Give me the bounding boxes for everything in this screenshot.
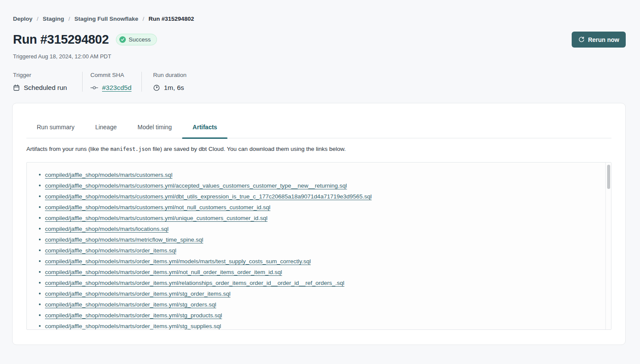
artifact-list-item: compiled/jaffle_shop/models/marts/custom… [39, 169, 601, 180]
artifact-link[interactable]: compiled/jaffle_shop/models/marts/order_… [45, 280, 344, 286]
commit-sha-label: Commit SHA [90, 72, 129, 78]
refresh-icon [578, 36, 585, 43]
trigger-label: Trigger [13, 72, 70, 78]
artifact-link[interactable]: compiled/jaffle_shop/models/marts/order_… [45, 247, 176, 254]
breadcrumb-staging[interactable]: Staging [43, 16, 64, 22]
artifact-link[interactable]: compiled/jaffle_shop/models/marts/locati… [45, 226, 169, 232]
header-row: Run #315294802 Success Rerun now [0, 22, 640, 48]
run-meta-row: Trigger Scheduled run Commit SHA [13, 72, 627, 92]
breadcrumb: Deploy / Staging / Staging Full Snowflak… [0, 0, 640, 22]
artifact-list-item: compiled/jaffle_shop/models/marts/metric… [39, 234, 601, 245]
artifact-list-item: compiled/jaffle_shop/models/marts/locati… [39, 224, 601, 234]
artifact-link[interactable]: compiled/jaffle_shop/models/marts/metric… [45, 236, 203, 243]
artifact-list-item: compiled/jaffle_shop/models/marts/order_… [39, 299, 601, 310]
tab-lineage[interactable]: Lineage [85, 124, 127, 138]
calendar-icon [13, 84, 20, 91]
breadcrumb-separator: / [37, 16, 38, 22]
run-duration-label: Run duration [153, 72, 186, 78]
artifact-list-item: compiled/jaffle_shop/models/marts/order_… [39, 256, 601, 267]
manifest-json-code: manifest.json [110, 146, 151, 152]
success-check-icon [119, 36, 126, 43]
artifact-link[interactable]: compiled/jaffle_shop/models/marts/custom… [45, 172, 173, 178]
scrollbar-track[interactable] [605, 163, 611, 329]
breadcrumb-deploy[interactable]: Deploy [13, 16, 32, 22]
meta-trigger: Trigger Scheduled run [13, 72, 82, 92]
commit-icon [90, 84, 98, 91]
artifact-link[interactable]: compiled/jaffle_shop/models/marts/order_… [45, 269, 282, 275]
status-badge: Success [116, 34, 157, 45]
rerun-now-label: Rerun now [588, 36, 619, 43]
clock-icon [153, 84, 160, 91]
rerun-now-button[interactable]: Rerun now [572, 32, 626, 48]
breadcrumb-current-run: Run #315294802 [149, 16, 194, 22]
artifact-link[interactable]: compiled/jaffle_shop/models/marts/order_… [45, 258, 311, 265]
meta-commit-sha: Commit SHA #323cd5d [82, 72, 141, 92]
breadcrumb-separator: / [143, 16, 144, 22]
artifact-link[interactable]: compiled/jaffle_shop/models/marts/custom… [45, 182, 347, 189]
artifacts-list: compiled/jaffle_shop/models/marts/custom… [27, 163, 611, 329]
artifacts-list-panel: compiled/jaffle_shop/models/marts/custom… [26, 162, 611, 330]
page-title: Run #315294802 [13, 32, 109, 47]
meta-run-duration: Run duration 1m, 6s [141, 72, 198, 92]
artifact-list-item: compiled/jaffle_shop/models/marts/order_… [39, 278, 601, 288]
run-duration-value: 1m, 6s [164, 84, 184, 92]
tab-model-timing[interactable]: Model timing [127, 124, 182, 138]
artifact-list-item: compiled/jaffle_shop/models/marts/order_… [39, 321, 601, 329]
artifact-list-item: compiled/jaffle_shop/models/marts/order_… [39, 288, 601, 299]
artifact-list-item: compiled/jaffle_shop/models/marts/order_… [39, 310, 601, 321]
run-detail-card: Run summary Lineage Model timing Artifac… [12, 103, 626, 345]
artifact-link[interactable]: compiled/jaffle_shop/models/marts/custom… [45, 193, 372, 200]
artifact-list-item: compiled/jaffle_shop/models/marts/custom… [39, 191, 601, 202]
artifact-link[interactable]: compiled/jaffle_shop/models/marts/custom… [45, 215, 267, 221]
artifact-link[interactable]: compiled/jaffle_shop/models/marts/custom… [45, 204, 270, 211]
artifact-link[interactable]: compiled/jaffle_shop/models/marts/order_… [45, 301, 216, 308]
breadcrumb-separator: / [68, 16, 70, 22]
status-badge-label: Success [129, 36, 151, 43]
run-detail-page: Deploy / Staging / Staging Full Snowflak… [0, 0, 640, 364]
artifact-link[interactable]: compiled/jaffle_shop/models/marts/order_… [45, 312, 222, 319]
artifacts-description: Artifacts from your runs (like the manif… [26, 146, 611, 152]
trigger-value: Scheduled run [24, 84, 67, 92]
artifact-list-item: compiled/jaffle_shop/models/marts/custom… [39, 202, 601, 213]
artifact-list-item: compiled/jaffle_shop/models/marts/order_… [39, 267, 601, 278]
triggered-timestamp: Triggered Aug 18, 2024, 12:00 AM PDT [0, 48, 640, 60]
artifact-list-item: compiled/jaffle_shop/models/marts/custom… [39, 180, 601, 191]
tab-bar: Run summary Lineage Model timing Artifac… [26, 124, 611, 138]
scrollbar-thumb[interactable] [607, 165, 610, 189]
artifact-link[interactable]: compiled/jaffle_shop/models/marts/order_… [45, 291, 230, 297]
artifact-link[interactable]: compiled/jaffle_shop/models/marts/order_… [45, 323, 221, 329]
artifact-list-item: compiled/jaffle_shop/models/marts/order_… [39, 245, 601, 256]
artifact-list-item: compiled/jaffle_shop/models/marts/custom… [39, 213, 601, 224]
breadcrumb-job[interactable]: Staging Full Snowflake [74, 16, 138, 22]
commit-sha-link[interactable]: #323cd5d [102, 84, 131, 92]
tab-artifacts[interactable]: Artifacts [182, 124, 227, 138]
tab-run-summary[interactable]: Run summary [26, 124, 85, 138]
